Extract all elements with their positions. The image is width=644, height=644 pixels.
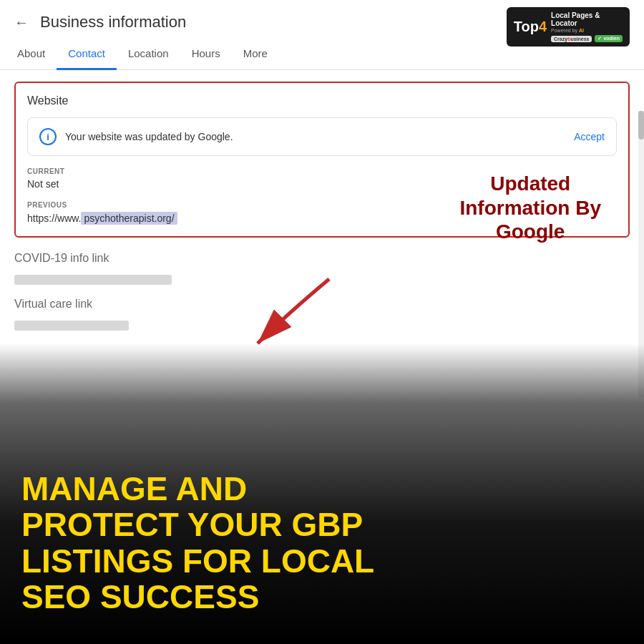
covid-field-blurred bbox=[14, 275, 172, 285]
virtual-section-title: Virtual care link bbox=[14, 298, 630, 311]
header: ← Business information Top 4 Local Pages… bbox=[0, 0, 644, 39]
info-icon: i bbox=[39, 128, 57, 145]
cta-line2: PROTECT YOUR GBP bbox=[21, 507, 623, 543]
website-section: Website i Your website was updated by Go… bbox=[14, 82, 630, 238]
google-update-notification: i Your website was updated by Google. Ac… bbox=[27, 117, 617, 156]
top4-partners: Crazybusiness ✓ vodien bbox=[551, 35, 623, 42]
top4-logo-badge: Top 4 Local Pages &Locator Powered by AI… bbox=[507, 7, 630, 47]
tab-hours[interactable]: Hours bbox=[180, 39, 232, 70]
back-button[interactable]: ← bbox=[14, 14, 29, 31]
current-value: Not set bbox=[27, 178, 617, 190]
cta-line4: SEO SUCCESS bbox=[21, 579, 623, 615]
website-section-title: Website bbox=[27, 94, 617, 107]
main-content: Website i Your website was updated by Go… bbox=[0, 70, 644, 355]
previous-url: https://www. psychotherapist.org/ bbox=[27, 212, 617, 225]
cta-text: MANAGE AND PROTECT YOUR GBP LISTINGS FOR… bbox=[21, 471, 623, 615]
partner1-badge: Crazybusiness bbox=[551, 36, 592, 42]
bottom-cta-overlay: MANAGE AND PROTECT YOUR GBP LISTINGS FOR… bbox=[0, 343, 644, 644]
cta-line3: LISTINGS FOR LOCAL bbox=[21, 543, 623, 580]
tab-more[interactable]: More bbox=[232, 39, 279, 70]
notification-text: Your website was updated by Google. bbox=[65, 131, 233, 142]
partner2-badge: ✓ vodien bbox=[595, 35, 623, 42]
url-highlighted-part: psychotherapist.org/ bbox=[81, 212, 177, 225]
top4-four: 4 bbox=[539, 19, 547, 35]
current-label: CURRENT bbox=[27, 167, 617, 175]
virtual-field-blurred bbox=[14, 321, 129, 331]
page-title: Business information bbox=[40, 13, 186, 31]
previous-label: PREVIOUS bbox=[27, 201, 617, 209]
notification-left: i Your website was updated by Google. bbox=[39, 128, 233, 145]
top4-powered: Powered by AI bbox=[551, 28, 623, 33]
top4-right-text: Local Pages &Locator Powered by AI Crazy… bbox=[551, 11, 623, 42]
top4-logo: Top 4 bbox=[514, 19, 547, 35]
covid-section-title: COVID-19 info link bbox=[14, 252, 630, 265]
cta-line1: MANAGE AND bbox=[21, 471, 623, 507]
tab-about[interactable]: About bbox=[14, 39, 57, 70]
virtual-section: Virtual care link bbox=[14, 298, 630, 331]
top4-local-pages: Local Pages &Locator bbox=[551, 11, 623, 27]
accept-button[interactable]: Accept bbox=[574, 131, 605, 142]
tab-contact[interactable]: Contact bbox=[57, 39, 117, 70]
covid-section: COVID-19 info link bbox=[14, 252, 630, 285]
tab-location[interactable]: Location bbox=[117, 39, 180, 70]
url-plain-part: https://www. bbox=[27, 213, 81, 224]
top4-top: Top bbox=[514, 19, 539, 35]
